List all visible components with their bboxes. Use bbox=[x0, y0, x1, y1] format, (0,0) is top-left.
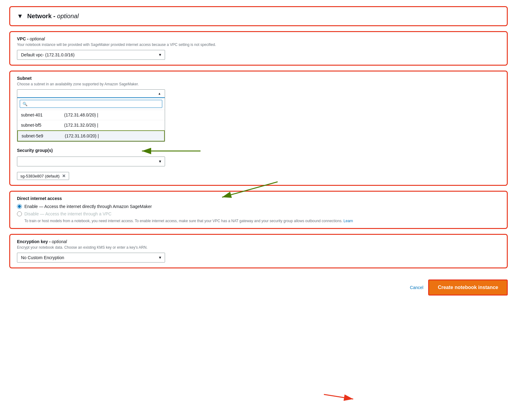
subnet-option-1[interactable]: subnet-bf5 (172.31.32.0/20) | bbox=[17, 120, 165, 130]
internet-disable-label: Disable — Access the internet through a … bbox=[24, 211, 111, 216]
internet-disable-radio[interactable] bbox=[17, 211, 22, 216]
subnet-search-input[interactable] bbox=[29, 101, 159, 106]
security-group-tag-label: sg-5383e807 (default) bbox=[20, 174, 60, 178]
direct-internet-label: Direct internet access bbox=[17, 196, 500, 201]
encryption-select[interactable]: No Custom Encryption bbox=[17, 253, 165, 263]
internet-disable-description: To train or host models from a notebook,… bbox=[24, 219, 500, 223]
action-bar: Cancel Create notebook instance bbox=[9, 275, 508, 296]
subnet-label: Subnet bbox=[17, 76, 500, 81]
vpc-select-wrapper[interactable]: Default vpc- (172.31.0.0/16)No VPC ▼ bbox=[17, 50, 165, 60]
internet-enable-label: Enable — Access the internet directly th… bbox=[24, 204, 152, 209]
internet-enable-option[interactable]: Enable — Access the internet directly th… bbox=[17, 204, 500, 209]
vpc-label: VPC - optional bbox=[17, 36, 500, 41]
encryption-label: Encryption key - optional bbox=[17, 239, 500, 244]
security-group-tag-0: sg-5383e807 (default) ✕ bbox=[17, 172, 69, 180]
cancel-button[interactable]: Cancel bbox=[410, 285, 424, 290]
network-section-title: ▼ Network - optional bbox=[17, 13, 79, 19]
security-groups-select[interactable] bbox=[17, 157, 165, 166]
vpc-select[interactable]: Default vpc- (172.31.0.0/16)No VPC bbox=[17, 50, 165, 60]
subnet-description: Choose a subnet in an availability zone … bbox=[17, 82, 500, 86]
security-groups-select-wrapper[interactable]: ▼ bbox=[17, 157, 165, 166]
internet-disable-option[interactable]: Disable — Access the internet through a … bbox=[17, 211, 500, 216]
subnet-search-row: 🔍 bbox=[17, 98, 165, 110]
encryption-select-wrapper[interactable]: No Custom Encryption ▼ bbox=[17, 253, 165, 263]
internet-enable-radio[interactable] bbox=[17, 204, 22, 209]
subnet-dropdown[interactable]: ▲ 🔍 subnet-401 (172.31.48.0/20) | subnet… bbox=[17, 89, 165, 142]
svg-line-4 bbox=[324, 394, 353, 399]
subnet-selected-row[interactable]: ▲ bbox=[17, 90, 165, 98]
subnet-search-wrapper[interactable]: 🔍 bbox=[20, 100, 162, 108]
vpc-description: Your notebook instance will be provided … bbox=[17, 43, 500, 47]
learn-more-link[interactable]: Learn bbox=[344, 219, 353, 223]
create-notebook-button[interactable]: Create notebook instance bbox=[428, 279, 508, 296]
encryption-description: Encrypt your notebook data. Choose an ex… bbox=[17, 245, 500, 250]
search-icon: 🔍 bbox=[23, 102, 27, 106]
subnet-option-2[interactable]: subnet-5e9 (172.31.16.0/20) | bbox=[17, 130, 165, 141]
subnet-up-arrow: ▲ bbox=[158, 92, 161, 95]
security-group-remove-button[interactable]: ✕ bbox=[62, 173, 66, 178]
collapse-icon[interactable]: ▼ bbox=[17, 13, 23, 20]
subnet-option-0[interactable]: subnet-401 (172.31.48.0/20) | bbox=[17, 110, 165, 120]
security-groups-label: Security group(s) bbox=[17, 148, 500, 153]
